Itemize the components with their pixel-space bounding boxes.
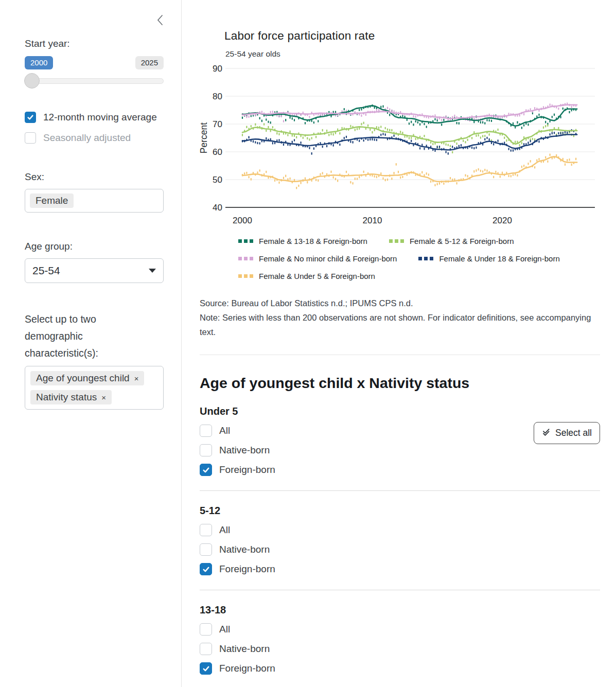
all-checkbox[interactable] [200, 524, 212, 536]
chip-label: Nativity status [36, 392, 97, 402]
svg-text:50: 50 [213, 175, 222, 185]
legend-item: Female & Under 18 & Foreign-born [418, 254, 559, 263]
series-swatch-green [389, 239, 404, 243]
foreign-born-checkbox[interactable] [200, 563, 212, 575]
series-swatch-navy [418, 257, 433, 260]
age-group-value: 25-54 [32, 265, 60, 277]
option-label[interactable]: Foreign-born [219, 464, 275, 475]
option-row: All [200, 524, 600, 536]
remove-chip-icon[interactable]: × [134, 374, 139, 383]
option-label[interactable]: All [219, 524, 230, 536]
svg-text:2010: 2010 [363, 216, 382, 225]
lfpr-chart: 405060708090200020102020Percent [200, 61, 600, 231]
svg-text:2000: 2000 [233, 216, 252, 225]
legend-item: Female & No minor child & Foreign-born [238, 254, 397, 263]
option-row: Native-born [200, 643, 600, 655]
seasonally-adjusted-row: Seasonally adjusted [25, 132, 163, 144]
option-row: All [200, 623, 600, 636]
option-label[interactable]: Foreign-born [219, 663, 275, 674]
svg-text:60: 60 [213, 147, 222, 157]
native-born-checkbox[interactable] [200, 643, 212, 655]
chart-subtitle: 25-54 year olds [225, 49, 616, 59]
remove-chip-icon[interactable]: × [101, 393, 106, 402]
source-text: Source: Bureau of Labor Statistics n.d.;… [200, 296, 600, 310]
legend-label: Female & 5-12 & Foreign-born [410, 237, 514, 245]
demographics-multiselect[interactable]: Age of youngest child× Nativity status× [25, 366, 164, 410]
option-label[interactable]: All [219, 624, 230, 635]
legend-label: Female & 13-18 & Foreign-born [259, 237, 367, 245]
svg-text:70: 70 [213, 119, 222, 129]
option-row: Foreign-born [200, 464, 600, 476]
svg-text:2020: 2020 [492, 216, 512, 225]
chart-legend: Female & 13-18 & Foreign-born Female & 5… [238, 237, 616, 280]
start-year-label: Start year: [25, 38, 163, 49]
option-row: Native-born [200, 543, 600, 556]
moving-average-row: 12-month moving average [25, 112, 163, 123]
age-group-label: Age group: [25, 241, 163, 252]
legend-item: Female & Under 5 & Foreign-born [238, 272, 375, 280]
chip-label: Age of youngest child [36, 373, 130, 383]
group-13-18: 13-18 All Native-born Foreign-born [200, 604, 600, 687]
legend-label: Female & No minor child & Foreign-born [259, 254, 397, 263]
svg-text:80: 80 [213, 92, 222, 101]
main-content: Labor force participation rate 25-54 yea… [182, 0, 616, 687]
option-row: Native-born [200, 444, 600, 456]
option-row: Foreign-born [200, 563, 600, 575]
native-born-checkbox[interactable] [200, 543, 212, 556]
option-label[interactable]: Native-born [219, 544, 270, 555]
chart-title: Labor force participation rate [224, 29, 616, 43]
series-swatch-pink [238, 257, 253, 260]
seasonally-adjusted-label[interactable]: Seasonally adjusted [43, 132, 131, 144]
demo-chip-age-of-youngest-child: Age of youngest child× [30, 371, 144, 385]
option-label[interactable]: Native-born [219, 445, 270, 456]
series-swatch-yellow [238, 274, 253, 278]
section-title: Age of youngest child x Nativity status [200, 375, 600, 392]
group-divider [200, 590, 600, 590]
legend-label: Female & Under 18 & Foreign-born [439, 254, 559, 263]
legend-item: Female & 13-18 & Foreign-born [238, 237, 367, 245]
foreign-born-checkbox[interactable] [200, 662, 212, 675]
all-checkbox[interactable] [200, 623, 212, 636]
group-under-5: Under 5 All Native-born Foreign-born [200, 406, 600, 491]
moving-average-label[interactable]: 12-month moving average [43, 112, 157, 123]
checkbox-section: Age of youngest child x Nativity status … [200, 375, 600, 687]
note-text: Note: Series with less than 200 observat… [200, 310, 600, 339]
all-checkbox[interactable] [200, 425, 212, 437]
chevron-left-icon [156, 20, 164, 27]
foreign-born-checkbox[interactable] [200, 464, 212, 476]
double-check-icon [542, 427, 551, 439]
moving-average-checkbox[interactable] [25, 112, 36, 123]
series-swatch-teal [238, 239, 253, 243]
start-year-slider[interactable] [25, 78, 164, 84]
sex-label: Sex: [25, 171, 163, 183]
select-all-label: Select all [555, 428, 592, 438]
option-row: Foreign-born [200, 662, 600, 675]
svg-text:90: 90 [213, 64, 222, 74]
seasonally-adjusted-checkbox[interactable] [25, 132, 36, 144]
legend-item: Female & 5-12 & Foreign-born [389, 237, 514, 245]
legend-label: Female & Under 5 & Foreign-born [259, 272, 375, 280]
svg-text:Percent: Percent [200, 122, 209, 153]
collapse-sidebar-button[interactable] [154, 14, 166, 27]
sex-multiselect[interactable]: Female [25, 189, 164, 213]
option-label[interactable]: Foreign-born [219, 563, 275, 575]
end-year-value-badge: 2025 [135, 56, 164, 69]
start-year-value-badge: 2000 [25, 56, 53, 69]
group-5-12: 5-12 All Native-born Foreign-born [200, 505, 600, 590]
native-born-checkbox[interactable] [200, 444, 212, 456]
demo-chip-nativity-status: Nativity status× [30, 390, 112, 404]
group-divider [200, 490, 600, 491]
demographics-label: Select up to two demographic characteris… [25, 311, 140, 361]
group-title: 5-12 [200, 505, 600, 517]
group-title: Under 5 [200, 406, 600, 417]
section-divider [200, 355, 600, 355]
age-group-select[interactable]: 25-54 [25, 258, 164, 283]
chevron-down-icon [149, 269, 156, 273]
option-label[interactable]: Native-born [219, 643, 270, 655]
chart-notes: Source: Bureau of Labor Statistics n.d.;… [200, 296, 600, 339]
option-label[interactable]: All [219, 425, 230, 436]
group-title: 13-18 [200, 604, 600, 616]
select-all-button[interactable]: Select all [534, 422, 600, 444]
slider-thumb[interactable] [24, 73, 40, 89]
filters-sidebar: Start year: 2000 2025 12-month moving av… [0, 0, 182, 687]
